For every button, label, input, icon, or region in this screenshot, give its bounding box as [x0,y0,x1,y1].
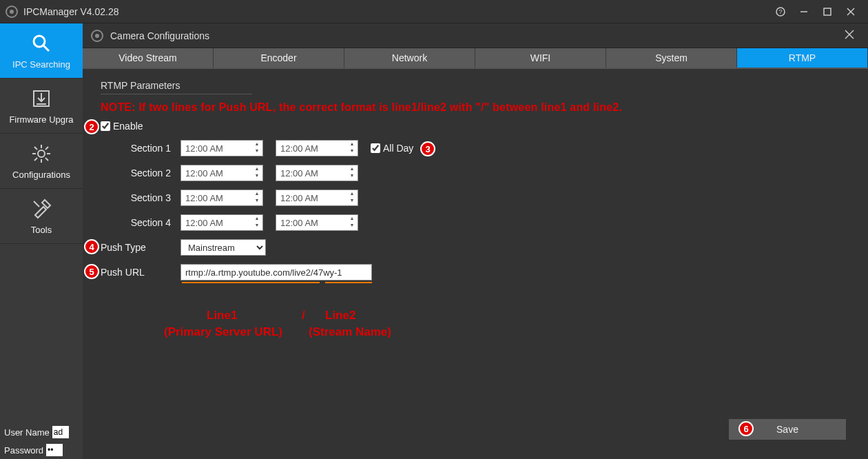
svg-line-18 [45,147,48,150]
svg-line-16 [34,147,37,150]
annotation-badge-2: 2 [84,119,99,134]
allday-label: All Day [383,143,413,154]
sidebar-item-firmware-upgrade[interactable]: Firmware Upgra [0,79,83,134]
annotation-badge-6: 6 [738,421,754,436]
password-row: Password [0,441,83,459]
content-area: Camera Configurations Video Stream Encod… [83,23,868,459]
section2-label: Section 2 [101,167,180,178]
section4-end-input[interactable]: 12:00 AM▲▼ [276,214,358,231]
password-label: Password [4,445,43,456]
underline-line1 [182,282,320,283]
sidebar-item-label: Firmware Upgra [9,114,73,125]
app-logo-icon [6,6,18,18]
dialog-close-button[interactable] [839,27,860,44]
titlebar: IPCManager V4.02.28 ? [0,0,868,23]
sidebar-item-ipc-searching[interactable]: IPC Searching [0,23,83,79]
username-label: User Name [4,427,50,438]
section4-start-input[interactable]: 12:00 AM▲▼ [180,214,263,231]
section2-start-input[interactable]: 12:00 AM▲▼ [180,165,263,181]
enable-checkbox[interactable] [101,121,110,131]
allday-checkbox[interactable] [371,143,380,153]
maximize-button[interactable] [816,2,839,21]
save-button-label: Save [776,424,798,435]
svg-line-7 [43,45,49,51]
username-input[interactable] [52,426,69,438]
svg-rect-3 [824,8,831,15]
section1-start-input[interactable]: 12:00 AM▲▼ [180,140,263,156]
spinner-up-icon: ▲ [253,141,261,148]
dialog-title: Camera Configurations [110,30,209,41]
sidebar-item-label: Tools [31,225,52,235]
svg-line-19 [34,158,37,161]
underline-line2 [325,282,372,283]
svg-text:?: ? [778,8,782,15]
tab-system[interactable]: System [606,48,737,68]
section3-start-input[interactable]: 12:00 AM▲▼ [180,190,263,206]
search-icon [30,32,53,55]
password-input[interactable] [46,444,63,456]
tools-icon [30,197,53,221]
sidebar-item-label: Configurations [12,170,70,180]
tab-video-stream[interactable]: Video Stream [83,48,214,68]
tab-bar: Video Stream Encoder Network WIFI System… [83,48,868,69]
push-url-input[interactable] [180,264,372,280]
note-text: NOTE: If two lines for Push URL, the cor… [101,101,850,114]
gear-icon [30,142,53,165]
tab-network[interactable]: Network [344,48,475,68]
svg-point-6 [34,36,45,47]
tab-encoder[interactable]: Encoder [214,48,344,68]
camera-icon [91,30,103,42]
svg-line-17 [45,158,48,161]
tab-rtmp[interactable]: RTMP [737,48,868,68]
annotation-badge-3: 3 [420,141,435,156]
sidebar: IPC Searching Firmware Upgra Configurati… [0,23,83,459]
section1-label: Section 1 [101,143,180,154]
push-type-select[interactable]: Mainstream [180,239,266,256]
help-button[interactable]: ? [769,2,792,21]
annot-line2: Line2 [325,309,355,323]
push-url-label: Push URL [101,267,180,278]
save-button[interactable]: 6 Save [729,419,846,440]
push-type-label: Push Type [101,242,180,253]
spinner-down-icon: ▼ [253,148,261,155]
section1-end-input[interactable]: 12:00 AM▲▼ [276,140,358,156]
svg-point-11 [38,150,45,157]
tab-wifi[interactable]: WIFI [475,48,606,68]
annot-line1: Line1 [207,309,237,323]
minimize-button[interactable] [792,2,816,21]
section2-end-input[interactable]: 12:00 AM▲▼ [276,165,358,181]
annot-sub2: (Stream Name) [309,325,391,339]
username-row: User Name [0,423,83,441]
close-button[interactable] [839,2,862,21]
form-area: RTMP Parameters NOTE: If two lines for P… [83,69,868,459]
section-title: RTMP Parameters [101,80,252,94]
dialog-header: Camera Configurations [83,23,868,48]
sidebar-item-label: IPC Searching [12,59,70,70]
svg-line-20 [34,201,39,207]
enable-label: Enable [113,121,143,132]
annot-sub1: (Primary Server URL) [164,325,282,339]
annotation-badge-5: 5 [84,264,99,279]
app-title: IPCManager V4.02.28 [23,6,119,17]
section4-label: Section 4 [101,217,180,228]
sidebar-item-configurations[interactable]: Configurations [0,134,83,189]
download-icon [30,87,53,110]
sidebar-item-tools[interactable]: Tools [0,189,83,244]
section3-label: Section 3 [101,192,180,203]
annotation-badge-4: 4 [84,239,99,254]
annot-slash: / [302,309,305,323]
section3-end-input[interactable]: 12:00 AM▲▼ [276,190,358,206]
